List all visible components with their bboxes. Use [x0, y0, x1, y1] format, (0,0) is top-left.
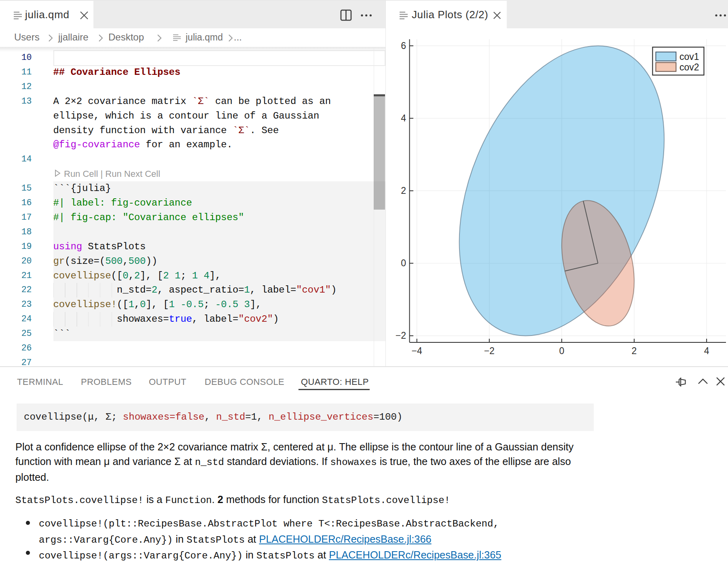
svg-text:4: 4	[401, 113, 406, 123]
svg-text:−2: −2	[484, 346, 495, 356]
svg-text:−4: −4	[412, 346, 422, 356]
svg-text:cov1: cov1	[679, 51, 699, 62]
svg-text:0: 0	[401, 258, 406, 268]
svg-text:6: 6	[401, 40, 406, 51]
svg-text:2: 2	[632, 346, 637, 356]
svg-text:2: 2	[401, 185, 406, 196]
svg-text:cov2: cov2	[679, 62, 699, 72]
svg-text:0: 0	[559, 346, 565, 356]
svg-text:−2: −2	[396, 330, 406, 341]
svg-text:4: 4	[704, 346, 709, 356]
